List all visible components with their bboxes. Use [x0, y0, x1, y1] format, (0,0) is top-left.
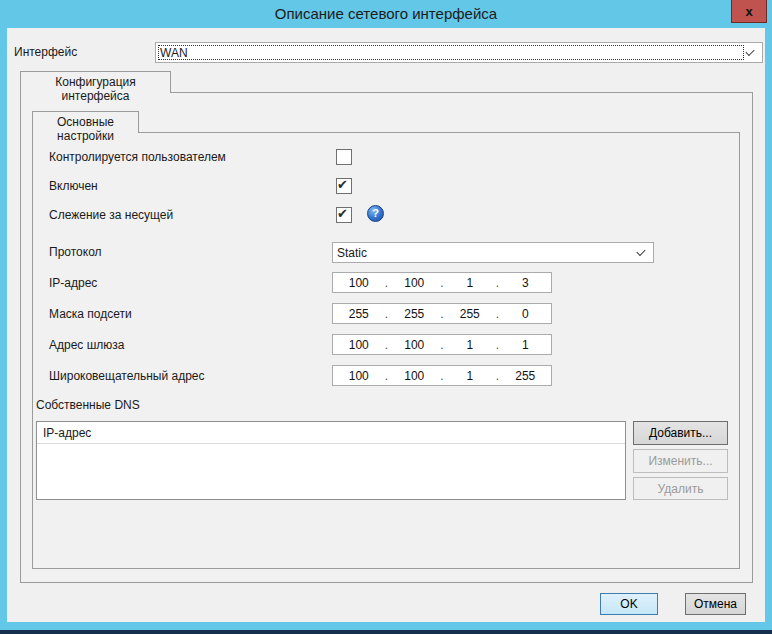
ip-address-label: IP-адрес	[49, 276, 97, 290]
octet: 1	[444, 338, 496, 352]
focus-rect	[158, 45, 744, 60]
octet: 100	[333, 369, 385, 383]
interface-combobox-value: WAN	[160, 46, 188, 60]
octet: 100	[333, 276, 385, 290]
subnet-mask-input[interactable]: 255.255.255.0	[332, 303, 552, 324]
chevron-down-icon	[745, 47, 754, 56]
ok-button[interactable]: OK	[600, 593, 658, 615]
protocol-select-value: Static	[337, 246, 367, 260]
own-dns-label: Собственные DNS	[36, 398, 140, 412]
octet: 100	[389, 338, 441, 352]
octet: 255	[333, 307, 385, 321]
protocol-select[interactable]: Static	[332, 242, 654, 263]
octet: 255	[444, 307, 496, 321]
add-button-label: Добавить...	[649, 426, 712, 440]
octet: 0	[500, 307, 552, 321]
ok-button-label: OK	[620, 597, 637, 611]
dns-list[interactable]: IP-адрес	[36, 421, 626, 500]
edit-button-label: Изменить...	[648, 454, 712, 468]
interface-combobox[interactable]: WAN	[155, 42, 763, 63]
octet: 255	[389, 307, 441, 321]
carrier-tracking-label: Слежение за несущей	[49, 208, 173, 222]
close-button[interactable]: x	[731, 0, 767, 23]
question-mark-glyph: ?	[372, 207, 379, 219]
delete-button[interactable]: Удалить	[633, 477, 728, 500]
broadcast-input[interactable]: 100.100.1.255	[332, 365, 552, 386]
x-icon: x	[745, 4, 752, 19]
dns-list-header: IP-адрес	[37, 422, 625, 444]
octet: 1	[500, 338, 552, 352]
protocol-label: Протокол	[49, 245, 102, 259]
carrier-tracking-checkbox[interactable]	[336, 207, 352, 223]
subnet-mask-label: Маска подсети	[49, 307, 132, 321]
enabled-label: Включен	[49, 179, 98, 193]
title-bar: Описание сетевого интерфейса x	[0, 0, 772, 28]
tab-basic-settings[interactable]: Основные настройки	[32, 111, 139, 133]
add-button[interactable]: Добавить...	[633, 421, 728, 445]
help-icon[interactable]: ?	[367, 205, 384, 222]
tab-label: Конфигурация интерфейса	[55, 75, 136, 103]
dialog-title: Описание сетевого интерфейса	[0, 5, 772, 22]
octet: 100	[333, 338, 385, 352]
octet: 100	[389, 276, 441, 290]
user-controlled-label: Контролируется пользователем	[49, 150, 226, 164]
chevron-down-icon	[636, 247, 645, 256]
octet: 100	[389, 369, 441, 383]
octet: 255	[500, 369, 552, 383]
tab-interface-configuration[interactable]: Конфигурация интерфейса	[20, 71, 171, 93]
gateway-input[interactable]: 100.100.1.1	[332, 334, 552, 355]
delete-button-label: Удалить	[658, 482, 704, 496]
cancel-button[interactable]: Отмена	[685, 593, 746, 615]
gateway-label: Адрес шлюза	[49, 338, 125, 352]
broadcast-label: Широковещательный адрес	[49, 369, 205, 383]
dns-list-header-label: IP-адрес	[43, 426, 91, 440]
edit-button[interactable]: Изменить...	[633, 449, 728, 473]
user-controlled-checkbox[interactable]	[336, 149, 352, 165]
cancel-button-label: Отмена	[694, 597, 737, 611]
dialog-body: Интерфейс WAN Конфигурация интерфейса Ос…	[7, 28, 765, 622]
octet: 1	[444, 276, 496, 290]
octet: 1	[444, 369, 496, 383]
octet: 3	[500, 276, 552, 290]
interface-label: Интерфейс	[14, 45, 77, 59]
tab-label: Основные настройки	[57, 115, 114, 143]
enabled-checkbox[interactable]	[336, 178, 352, 194]
network-interface-dialog: Описание сетевого интерфейса x Интерфейс…	[0, 0, 772, 634]
window-bottom-edge	[0, 630, 772, 634]
ip-address-input[interactable]: 100.100.1.3	[332, 272, 552, 293]
